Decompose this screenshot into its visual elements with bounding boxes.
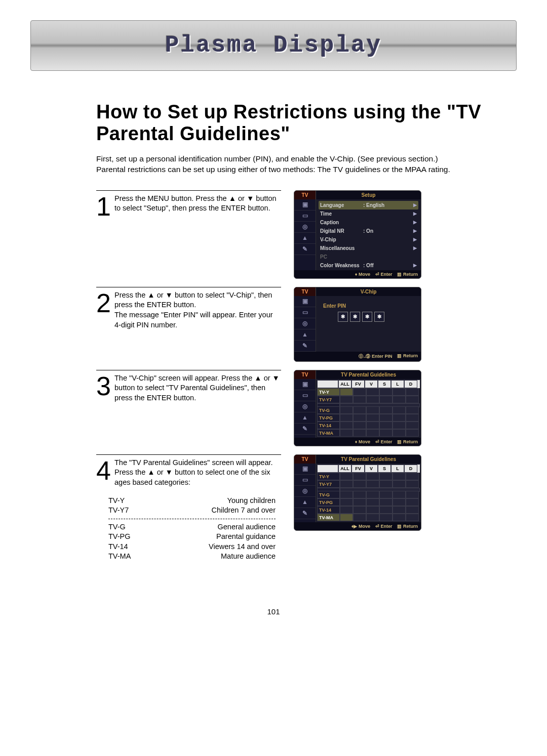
enter-hint: ⏎ Enter [375,439,393,444]
return-hint: ▥ Return [397,353,418,360]
osd-footer: ♦▶ Move ⏎ Enter ▥ Return [294,522,421,530]
osd-row-caption[interactable]: Caption ▶ [319,218,418,227]
tpg-row-tvy7[interactable]: TV-Y7 [317,396,420,403]
chevron-right-icon: ▶ [386,245,417,250]
chevron-right-icon: ▶ [386,263,417,268]
manual-page: Plasma Display How to Set up Restriction… [0,20,547,616]
step-left: 4 The "TV Parental Guidelines" screen wi… [96,454,281,562]
step-2: 2 Press the ▲ or ▼ button to select "V-C… [96,287,451,362]
channel-icon: ◎ [294,401,316,412]
osd-row-language[interactable]: Language : English ▶ [319,201,418,209]
chevron-right-icon: ▶ [386,228,417,233]
channel-icon: ◎ [294,318,316,329]
enter-hint: ⏎ Enter [375,524,393,529]
osd-tpg-b: TV TV Parental Guidelines ▣ ▭ ◎ ▲ ✎ [294,454,421,531]
chevron-right-icon: ▶ [386,237,417,242]
tpg-row-tvpg[interactable]: TV-PG [317,414,420,422]
osd-setup: TV Setup ▣ ▭ ◎ ▲ ✎ Languag [294,190,421,279]
cat-tvy: TV-Y Young children [108,496,276,506]
pin-digit: ✱ [362,312,372,322]
picture-icon: ▣ [294,379,316,390]
osd-sidebar-icons: ▣ ▭ ◎ ▲ ✎ [294,296,316,352]
osd-tv-badge: TV [294,455,316,464]
tpg-row-tvy7[interactable]: TV-Y7 [317,480,420,488]
osd-title: Setup [316,191,421,199]
misc-icon: ✎ [294,341,316,352]
move-hint: ♦ Move [355,272,370,277]
misc-icon: ✎ [294,424,316,435]
osd-tv-badge: TV [294,370,316,379]
tpg-row-tvma[interactable]: TV-MA [317,429,420,437]
tpg-row-tvpg[interactable]: TV-PG [317,498,420,506]
step-number: 2 [96,290,109,313]
osd-sidebar-icons: ▣ ▭ ◎ ▲ ✎ [294,379,316,438]
osd-tpg-a: TV TV Parental Guidelines ▣ ▭ ◎ ▲ ✎ [294,370,421,446]
tpg-row-tvg[interactable]: TV-G [317,406,420,414]
cat-tvpg: TV-PG Parental guidance [108,532,276,542]
step-number: 4 [96,458,109,488]
category-list: TV-Y Young children TV-Y7 Children 7 and… [108,496,276,562]
osd-title: TV Parental Guidelines [316,370,421,379]
osd-sidebar-icons: ▣ ▭ ◎ ▲ ✎ [294,464,316,522]
step-number: 3 [96,373,109,396]
tpg-row-tvma[interactable]: TV-MA [317,514,420,521]
step-left: 3 The "V-Chip" screen will appear. Press… [96,370,281,403]
tpg-grid: ALL FV V S L D TV-Y [317,465,420,521]
picture-icon: ▣ [294,296,316,307]
header-banner: Plasma Display [30,20,517,71]
step-left: 2 Press the ▲ or ▼ button to select "V-C… [96,287,281,330]
osd-tv-badge: TV [294,191,316,199]
osd-footer: ♦ Move ⏎ Enter ▥ Return [294,270,421,278]
pin-input[interactable]: ✱ ✱ ✱ ✱ [338,312,417,322]
move-hint: ♦ Move [355,439,370,444]
category-divider [108,519,276,519]
misc-icon: ✎ [294,244,316,255]
osd-tpg-screenshot-2: TV TV Parental Guidelines ▣ ▭ ◎ ▲ ✎ [294,454,420,531]
osd-footer: ⓪..⑨ Enter PIN ▥ Return [294,352,421,361]
pin-digit: ✱ [338,312,348,322]
osd-row-color-weakness[interactable]: Color Weakness : Off ▶ [319,261,418,270]
chevron-right-icon: ▶ [386,211,417,216]
step-number: 1 [96,194,109,217]
tpg-row-tv14[interactable]: TV-14 [317,422,420,429]
picture-icon: ▣ [294,199,316,211]
tpg-grid: ALL FV V S L D TV-Y [317,380,420,437]
page-title: How to Set up Restrictions using the "TV… [96,101,547,145]
osd-vchip-pin-screenshot: TV V-Chip ▣ ▭ ◎ ▲ ✎ Enter PIN [294,287,420,362]
osd-row-digital-nr[interactable]: Digital NR : On ▶ [319,227,418,235]
header-title: Plasma Display [165,32,382,59]
pin-digit: ✱ [374,312,384,322]
setup-icon: ▲ [294,329,316,341]
osd-tpg-screenshot-1: TV TV Parental Guidelines ▣ ▭ ◎ ▲ ✎ [294,370,420,446]
channel-icon: ◎ [294,486,316,497]
tpg-row-tvg[interactable]: TV-G [317,491,420,498]
sound-icon: ▭ [294,475,316,486]
enter-pin-hint: ⓪..⑨ Enter PIN [359,353,392,360]
return-hint: ▥ Return [397,272,418,277]
intro-text: First, set up a personal identification … [96,154,451,175]
osd-row-time[interactable]: Time ▶ [319,209,418,218]
return-hint: ▥ Return [397,524,418,529]
setup-icon: ▲ [294,497,316,508]
osd-sidebar-icons: ▣ ▭ ◎ ▲ ✎ [294,199,316,270]
step-4: 4 The "TV Parental Guidelines" screen wi… [96,454,451,562]
step-text: Press the MENU button. Press the ▲ or ▼ … [114,194,281,214]
page-number: 101 [0,607,547,616]
chevron-right-icon: ▶ [386,202,417,207]
osd-title: TV Parental Guidelines [316,455,421,464]
steps-container: 1 Press the MENU button. Press the ▲ or … [96,190,451,562]
enter-hint: ⏎ Enter [375,272,393,277]
osd-tv-badge: TV [294,287,316,296]
step-text: The "V-Chip" screen will appear. Press t… [114,373,281,403]
misc-icon: ✎ [294,508,316,519]
osd-row-misc[interactable]: Miscellaneous ▶ [319,244,418,253]
step-1: 1 Press the MENU button. Press the ▲ or … [96,190,451,279]
setup-icon: ▲ [294,412,316,424]
channel-icon: ◎ [294,222,316,233]
step-text: Press the ▲ or ▼ button to select "V-Chi… [114,290,281,330]
tpg-row-tvy[interactable]: TV-Y [317,473,420,480]
osd-row-vchip[interactable]: V-Chip ▶ [319,235,418,244]
tpg-row-tvy[interactable]: TV-Y [317,388,420,396]
sound-icon: ▭ [294,211,316,222]
tpg-row-tv14[interactable]: TV-14 [317,506,420,514]
